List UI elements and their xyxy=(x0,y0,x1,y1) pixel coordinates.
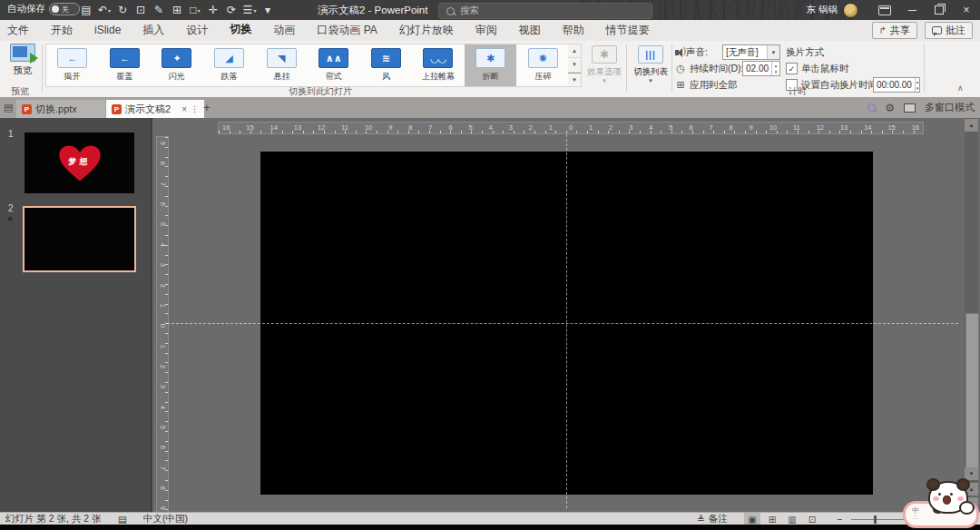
ribbon-tab-帮助[interactable]: 帮助 xyxy=(563,20,584,42)
slide-2-thumbnail[interactable] xyxy=(24,208,134,270)
close-button[interactable]: × xyxy=(953,0,980,20)
redo-icon[interactable]: ↻ xyxy=(114,2,131,18)
ribbon-tab-动画[interactable]: 动画 xyxy=(273,20,295,42)
ruler-number: 11 xyxy=(793,124,800,132)
tab-close-icon[interactable]: × xyxy=(181,104,187,114)
vertical-ruler[interactable]: 9876543210123456789 xyxy=(156,136,169,515)
format-painter-icon[interactable]: ✎ xyxy=(151,2,167,18)
gallery-more-icon[interactable]: ▼ xyxy=(568,73,581,86)
notes-button[interactable]: ≜ 备注 xyxy=(697,513,728,525)
undo-icon[interactable]: ↶▾ xyxy=(96,2,113,18)
ribbon-display-options-button[interactable] xyxy=(871,0,898,20)
panda-sticker[interactable]: 中 ∴ xyxy=(903,481,980,530)
ruler-number: 7 xyxy=(428,124,432,132)
language-indicator[interactable]: 中文(中国) xyxy=(143,513,188,525)
transition-fracture[interactable]: ✱折断 xyxy=(465,44,517,86)
vertical-guide[interactable] xyxy=(566,134,567,508)
ribbon-tab-开始[interactable]: 开始 xyxy=(51,20,73,42)
document-tab-inactive[interactable]: P 切换.pptx xyxy=(16,100,105,118)
tab-search-icon[interactable] xyxy=(867,103,876,112)
preview-button[interactable]: 预览 xyxy=(5,44,40,83)
horizontal-ruler[interactable]: 1615141312111098765432101234567891011121… xyxy=(218,122,924,134)
multi-window-icon[interactable] xyxy=(904,103,916,113)
document-tab-active[interactable]: P 演示文稿2 × ⋮ xyxy=(106,100,204,118)
spellcheck-icon[interactable]: ▤ xyxy=(118,513,127,525)
transition-crush[interactable]: ✺压碎 xyxy=(516,44,569,86)
transition-prestige[interactable]: ◡◡上拉帷幕 xyxy=(412,44,465,86)
transition-wind[interactable]: ≋风 xyxy=(360,44,413,86)
autosave-toggle[interactable]: 自动保存 关 xyxy=(7,3,80,15)
ribbon-tab-视图[interactable]: 视图 xyxy=(519,20,541,42)
transition-list-icon: ||| xyxy=(638,45,663,64)
on-mouse-click-option[interactable]: ✓ 单击鼠标时 xyxy=(786,62,849,75)
new-tab-button[interactable]: + xyxy=(203,101,211,114)
tab-list-icon[interactable]: ▤ xyxy=(4,102,13,113)
collapse-ribbon-icon[interactable]: ∧ xyxy=(957,83,964,93)
multi-window-label[interactable]: 多窗口模式 xyxy=(925,101,975,114)
qat-more-icon[interactable]: ▾ xyxy=(260,2,276,18)
save-icon[interactable]: ▤ xyxy=(78,2,94,18)
minimize-button[interactable] xyxy=(898,0,926,20)
on-click-checkbox[interactable]: ✓ xyxy=(786,63,798,74)
transition-flash[interactable]: ✦闪光 xyxy=(151,44,203,86)
user-name[interactable]: 东 锅锅 xyxy=(807,4,838,16)
transition-drape[interactable]: ◥悬挂 xyxy=(255,44,308,86)
ribbon-tab-插入[interactable]: 插入 xyxy=(142,20,164,42)
share-button[interactable]: ↱ 共享 xyxy=(872,22,917,39)
tab-menu-icon[interactable]: ⋮ xyxy=(191,104,199,113)
dropdown-caret-icon: ▾ xyxy=(198,7,201,14)
autosave-switch[interactable]: 关 xyxy=(49,3,80,15)
zoom-slider-thumb[interactable] xyxy=(874,515,877,524)
gallery-scroll-down-icon[interactable]: ▼ xyxy=(568,58,581,72)
outline-icon[interactable]: ☰▾ xyxy=(241,2,258,18)
insert-placeholder-icon[interactable]: ✛ xyxy=(205,2,221,18)
transition-uncover[interactable]: ←揭开 xyxy=(46,44,99,86)
switch-state: 关 xyxy=(62,5,69,15)
transition-cover[interactable]: ←覆盖 xyxy=(99,44,152,86)
comments-button[interactable]: 批注 xyxy=(925,22,973,39)
ribbon-tab-情节提要[interactable]: 情节提要 xyxy=(606,20,650,42)
tab-settings-icon[interactable]: ⚙ xyxy=(885,102,895,114)
ribbon-tab-文件[interactable]: 文件 xyxy=(7,20,29,42)
dropdown-caret-icon[interactable]: ▼ xyxy=(767,45,779,59)
normal-view-icon[interactable]: ▣ xyxy=(744,513,760,525)
ribbon-tab-幻灯片放映[interactable]: 幻灯片放映 xyxy=(399,20,454,42)
slide-1-thumbnail[interactable]: 梦想 xyxy=(24,132,134,193)
transition-label: 覆盖 xyxy=(116,71,132,82)
slideshow-view-icon[interactable]: ⊡ xyxy=(804,513,820,525)
transition-list-button[interactable]: ||| 切换列表 ▼ xyxy=(630,44,671,89)
share-label: 共享 xyxy=(890,24,910,37)
scroll-down-icon[interactable]: ▼ xyxy=(965,467,978,480)
reading-view-icon[interactable]: ▥ xyxy=(784,513,800,525)
zoom-out-icon[interactable]: − xyxy=(837,513,842,525)
ribbon-tab-切换[interactable]: 切换 xyxy=(230,19,251,43)
horizontal-guide[interactable] xyxy=(167,323,958,324)
search-input[interactable]: 搜索 xyxy=(438,3,652,19)
sound-select[interactable]: [无声音] ▼ xyxy=(722,44,780,60)
ribbon-tab-设计[interactable]: 设计 xyxy=(186,20,208,42)
fall-over-icon: ◢ xyxy=(214,48,244,68)
switch-knob xyxy=(52,5,59,13)
scrollbar-thumb[interactable] xyxy=(965,313,979,478)
start-slideshow-icon[interactable]: ⊡ xyxy=(132,2,149,18)
slide-status[interactable]: 幻灯片 第 2 张, 共 2 张 xyxy=(5,513,102,525)
slide-sorter-view-icon[interactable]: ⊞ xyxy=(764,513,780,525)
ribbon-tab-口袋动画 PA[interactable]: 口袋动画 PA xyxy=(317,20,377,42)
spinner-arrows[interactable]: ▴▾ xyxy=(771,62,779,75)
transition-fall-over[interactable]: ◢跌落 xyxy=(203,44,256,86)
avatar[interactable] xyxy=(843,3,858,18)
ruler-number: 2 xyxy=(609,124,612,132)
scroll-up-icon[interactable]: ▲ xyxy=(965,119,978,132)
timing-group-label: 计时 xyxy=(671,85,924,98)
reset-slide-icon[interactable]: ⟳ xyxy=(223,2,240,18)
ribbon-tab-iSlide[interactable]: iSlide xyxy=(94,21,121,40)
shapes-icon[interactable]: □▾ xyxy=(187,2,203,18)
duration-spinner[interactable]: 02.00 ▴▾ xyxy=(742,61,780,76)
gallery-scroll-up-icon[interactable]: ▲ xyxy=(568,44,581,58)
ruler-number: 7 xyxy=(709,124,712,132)
restore-button[interactable] xyxy=(926,0,953,20)
transition-curtains[interactable]: ∧∧帘式 xyxy=(308,44,360,86)
new-slide-icon[interactable]: ⊞ xyxy=(169,2,185,18)
ribbon-tab-审阅[interactable]: 审阅 xyxy=(475,20,497,42)
vertical-scrollbar[interactable]: ▲ ▼ ▲ ▼ xyxy=(965,118,978,512)
